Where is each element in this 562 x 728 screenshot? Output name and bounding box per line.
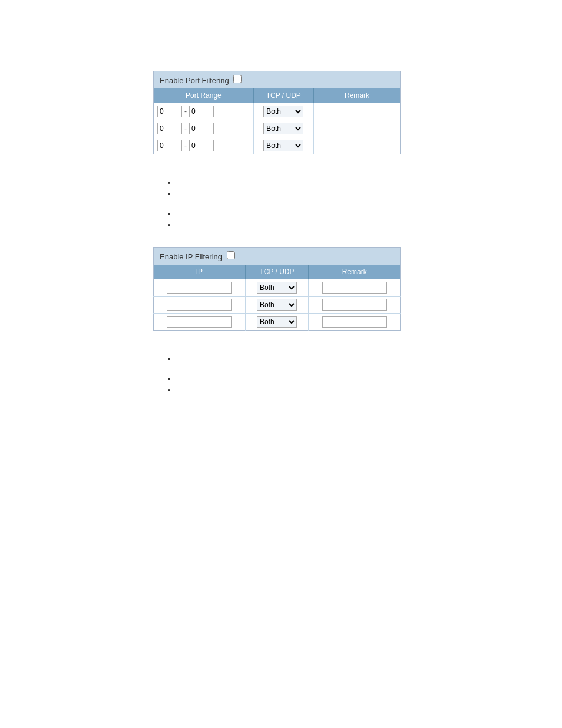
port-filtering-checkbox[interactable] [233, 75, 242, 83]
ip-input-2[interactable] [167, 299, 232, 311]
port-range-header: Port Range [154, 88, 254, 103]
remark-cell-2 [313, 120, 400, 137]
port-to-3[interactable] [189, 140, 214, 151]
tcpudp-select-2[interactable]: Both TCP UDP [263, 123, 303, 134]
dash-1: - [183, 107, 188, 116]
ip-bullet-1 [177, 354, 562, 363]
tcpudp-cell-1: Both TCP UDP [253, 103, 313, 120]
remark-input-2[interactable] [325, 123, 389, 134]
ip-filtering-header: Enable IP Filtering [154, 248, 401, 265]
ip-remark-header: Remark [309, 265, 401, 279]
port-from-3[interactable] [157, 140, 182, 151]
ip-filtering-checkbox[interactable] [227, 251, 235, 259]
remark-cell-1 [313, 103, 400, 120]
ip-bullet-2 [177, 374, 562, 383]
ip-input-3[interactable] [167, 316, 232, 328]
ip-remark-cell-1 [309, 279, 401, 297]
port-from-1[interactable] [157, 106, 182, 117]
port-row-1: - Both TCP UDP [154, 103, 401, 120]
port-range-cell-1: - [154, 103, 254, 120]
port-bullet-3 [177, 209, 562, 218]
port-bullet-list-2 [177, 209, 562, 229]
ip-filtering-enable-label: Enable IP Filtering [160, 252, 222, 261]
ip-remark-input-2[interactable] [322, 299, 387, 311]
ip-input-1[interactable] [167, 282, 232, 294]
ip-cell-2 [154, 297, 246, 314]
ip-bullet-list-2 [177, 374, 562, 394]
remark-input-3[interactable] [325, 140, 389, 151]
port-to-2[interactable] [189, 123, 214, 134]
dash-2: - [183, 124, 188, 133]
port-bullet-4 [177, 220, 562, 229]
port-to-1[interactable] [189, 106, 214, 117]
port-bullet-1 [177, 178, 562, 187]
dash-3: - [183, 141, 188, 150]
port-filtering-table: Enable Port Filtering Port Range TCP / U… [153, 71, 401, 154]
remark-input-1[interactable] [325, 106, 389, 117]
port-filtering-section: Enable Port Filtering Port Range TCP / U… [153, 71, 562, 154]
ip-remark-cell-2 [309, 297, 401, 314]
ip-remark-input-3[interactable] [322, 316, 387, 328]
ip-remark-input-1[interactable] [322, 282, 387, 294]
remark-header: Remark [313, 88, 400, 103]
ip-bullet-list [177, 354, 562, 363]
port-range-cell-2: - [154, 120, 254, 137]
ip-tcpudp-cell-2: Both TCP UDP [245, 297, 309, 314]
port-row-2: - Both TCP UDP [154, 120, 401, 137]
ip-row-1: Both TCP UDP [154, 279, 401, 297]
port-bullet-list [177, 178, 562, 198]
ip-tcpudp-select-1[interactable]: Both TCP UDP [257, 282, 297, 294]
tcpudp-select-1[interactable]: Both TCP UDP [263, 106, 303, 117]
ip-tcpudp-cell-1: Both TCP UDP [245, 279, 309, 297]
ip-row-3: Both TCP UDP [154, 314, 401, 331]
ip-tcpudp-header: TCP / UDP [245, 265, 309, 279]
ip-cell-1 [154, 279, 246, 297]
tcpudp-header: TCP / UDP [253, 88, 313, 103]
ip-bullet-3 [177, 386, 562, 394]
port-range-cell-3: - [154, 137, 254, 154]
ip-tcpudp-select-3[interactable]: Both TCP UDP [257, 316, 297, 328]
remark-cell-3 [313, 137, 400, 154]
port-filtering-header: Enable Port Filtering [154, 71, 401, 89]
port-bullet-2 [177, 189, 562, 198]
tcpudp-cell-2: Both TCP UDP [253, 120, 313, 137]
port-filtering-col-headers: Port Range TCP / UDP Remark [154, 88, 401, 103]
ip-tcpudp-cell-3: Both TCP UDP [245, 314, 309, 331]
port-from-2[interactable] [157, 123, 182, 134]
ip-filtering-section: Enable IP Filtering IP TCP / UDP Remark … [153, 247, 562, 331]
ip-remark-cell-3 [309, 314, 401, 331]
port-bullet-section [165, 178, 562, 229]
ip-header: IP [154, 265, 246, 279]
ip-filtering-col-headers: IP TCP / UDP Remark [154, 265, 401, 279]
port-row-3: - Both TCP UDP [154, 137, 401, 154]
ip-tcpudp-select-2[interactable]: Both TCP UDP [257, 299, 297, 311]
port-filtering-enable-label: Enable Port Filtering [160, 76, 229, 85]
ip-bullet-section [165, 354, 562, 394]
tcpudp-select-3[interactable]: Both TCP UDP [263, 140, 303, 151]
ip-cell-3 [154, 314, 246, 331]
ip-filtering-table: Enable IP Filtering IP TCP / UDP Remark … [153, 247, 401, 331]
ip-row-2: Both TCP UDP [154, 297, 401, 314]
tcpudp-cell-3: Both TCP UDP [253, 137, 313, 154]
